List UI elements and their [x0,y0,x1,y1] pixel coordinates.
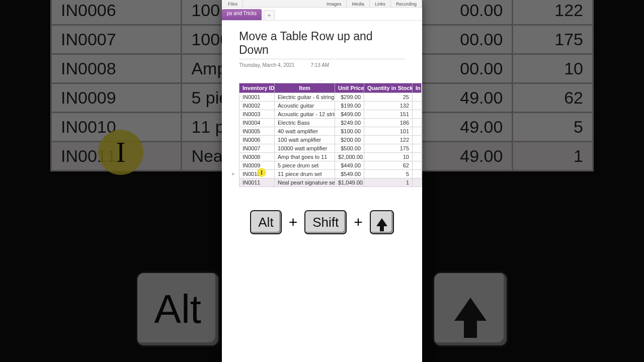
page-date: Thursday, March 4, 2021 [239,62,294,68]
ribbon-group-media: Media [347,0,370,8]
cell-item[interactable]: Acoustic guitar [275,102,335,110]
ribbon-group-images: Images [321,0,347,8]
cell-truncated[interactable] [413,93,422,102]
cell-item[interactable]: Neal peart signature set [275,178,335,187]
table-row[interactable]: IN000710000 watt amplifier$500.00175 [239,144,422,153]
cell-qty[interactable]: 186 [364,119,413,127]
table-row[interactable]: IN0003Acoustic guitar - 12 string$499.00… [239,110,422,119]
cell-id[interactable]: IN0009 [239,161,275,170]
cell-qty[interactable]: 132 [364,102,413,110]
cell-item[interactable]: 5 piece drum set [275,161,335,170]
table-header-row: Inventory ID Item Unit Price Quantity in… [239,83,422,93]
cell-truncated[interactable] [413,102,422,110]
cell-id[interactable]: IN0007 [239,144,275,153]
col-item[interactable]: Item [275,83,335,93]
cell-id[interactable]: IN0006 [239,136,275,144]
page-timestamp: Thursday, March 4, 2021 7:13 AM [239,62,405,68]
cell-id[interactable]: IN0005 [239,127,275,136]
table-row[interactable]: IN000540 watt amplifier$100.00101 [239,127,422,136]
col-qty[interactable]: Quantity in Stock [364,83,413,93]
onenote-window: Files Images Media Links Recording ps an… [222,0,422,362]
table-row[interactable]: IN0008Amp that goes to 11$2,000.0010 [239,153,422,161]
cell-price[interactable]: $500.00 [335,144,364,153]
cell-price[interactable]: $2,000.00 [335,153,364,161]
cell-qty[interactable]: 10 [364,153,413,161]
cell-item[interactable]: Electric guitar - 6 string [275,93,335,102]
table-row[interactable]: IN0011Neal peart signature set$1,049.001 [239,178,422,187]
inventory-table[interactable]: Inventory ID Item Unit Price Quantity in… [239,83,422,187]
cell-price[interactable]: $200.00 [335,136,364,144]
cell-item[interactable]: Amp that goes to 11 [275,153,335,161]
cell-truncated[interactable] [413,161,422,170]
cell-truncated[interactable] [413,136,422,144]
cell-truncated[interactable] [413,119,422,127]
cell-id[interactable]: IN0002 [239,102,275,110]
page-time: 7:13 AM [310,62,329,68]
page-title[interactable]: Move a Table Row up and Down [239,30,405,57]
section-tab-active[interactable]: ps and Tricks [222,9,262,20]
cell-qty[interactable]: 101 [364,127,413,136]
cell-price[interactable]: $100.00 [335,127,364,136]
cursor-highlight: I [257,168,266,177]
cell-price[interactable]: $549.00 [335,170,364,178]
cell-price[interactable]: $249.00 [335,119,364,127]
container-drag-handle[interactable]: .... [239,77,405,82]
table-row[interactable]: IN001011 piece drum set$549.005 [239,170,422,178]
cell-qty[interactable]: 62 [364,161,413,170]
cell-item[interactable]: Acoustic guitar - 12 string [275,110,335,119]
cell-price[interactable]: $449.00 [335,161,364,170]
table-row[interactable]: IN0002Acoustic guitar$199.00132 [239,102,422,110]
cell-qty[interactable]: 1 [364,178,413,187]
cell-item[interactable]: 11 piece drum set [275,170,335,178]
cell-qty[interactable]: 25 [364,93,413,102]
add-section-button[interactable]: + [264,10,275,20]
col-unit-price[interactable]: Unit Price [335,83,364,93]
table-row[interactable]: IN0001Electric guitar - 6 string$299.002… [239,93,422,102]
key-arrow-up [370,210,394,234]
col-inventory-id[interactable]: Inventory ID [239,83,275,93]
table-row[interactable]: IN0004Electric Bass$249.00186 [239,119,422,127]
cell-id[interactable]: IN0011 [239,178,275,187]
cell-price[interactable]: $299.00 [335,93,364,102]
plus-symbol: + [289,214,298,231]
title-underline [239,59,405,59]
key-shift: Shift [304,210,347,234]
cell-price[interactable]: $199.00 [335,102,364,110]
cell-item[interactable]: 100 watt amplifier [275,136,335,144]
ribbon-group-recording: Recording [391,0,422,8]
row-anchor-icon[interactable]: ▸ [232,170,235,177]
keyboard-shortcut: Alt + Shift + [222,210,422,234]
cell-id[interactable]: IN0003 [239,110,275,119]
cell-truncated[interactable] [413,178,422,187]
arrow-up-icon [376,218,387,226]
cell-price[interactable]: $499.00 [335,110,364,119]
cell-truncated[interactable] [413,110,422,119]
cell-id[interactable]: IN0004 [239,119,275,127]
cell-item[interactable]: Electric Bass [275,119,335,127]
ribbon-group-labels: Files Images Media Links Recording [222,0,422,8]
table-row[interactable]: IN00095 piece drum set$449.0062 [239,161,422,170]
cell-qty[interactable]: 5 [364,170,413,178]
cell-item[interactable]: 40 watt amplifier [275,127,335,136]
cell-price[interactable]: $1,049.00 [335,178,364,187]
cell-id[interactable]: IN0001 [239,93,275,102]
cell-truncated[interactable] [413,170,422,178]
plus-symbol: + [354,214,363,231]
cell-truncated[interactable] [413,153,422,161]
cell-qty[interactable]: 122 [364,136,413,144]
table-row[interactable]: IN0006100 watt amplifier$200.00122 [239,136,422,144]
cell-truncated[interactable] [413,127,422,136]
cell-id[interactable]: IN0008 [239,153,275,161]
text-cursor-icon: I [261,169,263,176]
col-truncated[interactable]: In [413,83,422,93]
cell-item[interactable]: 10000 watt amplifier [275,144,335,153]
section-tab-bar: ps and Tricks + [222,8,422,21]
cell-qty[interactable]: 175 [364,144,413,153]
key-alt: Alt [250,210,281,234]
cell-qty[interactable]: 151 [364,110,413,119]
cell-truncated[interactable] [413,144,422,153]
ribbon-group-files: Files [227,0,243,8]
ribbon-group-links: Links [370,0,391,8]
